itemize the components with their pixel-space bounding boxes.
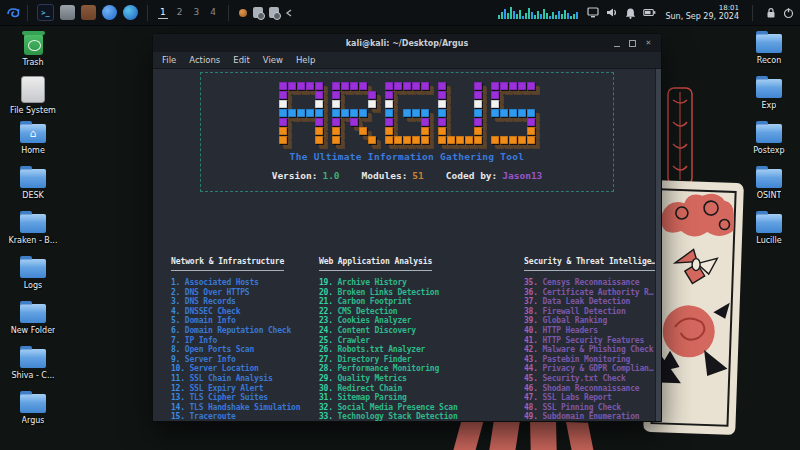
module-list: 1. Associated Hosts2. DNS Over HTTPS3. D… — [171, 278, 319, 421]
workspace-switcher[interactable]: 1234 — [158, 6, 218, 19]
kali-menu-icon[interactable] — [6, 5, 21, 20]
desktop-icon-file-system[interactable]: File System — [4, 73, 62, 118]
module-item: 40. HTTP Headers — [524, 326, 655, 336]
desktop-icon-home[interactable]: ⌂Home — [4, 118, 62, 163]
module-item: 45. Security.txt Check — [524, 374, 655, 384]
module-item: 28. Performance Monitoring — [319, 364, 524, 374]
module-item: 43. Pastebin Monitoring — [524, 355, 655, 365]
power-icon[interactable] — [783, 7, 794, 19]
desktop-icon-label: Shiva - C... — [11, 371, 54, 380]
module-item: 27. Directory Finder — [319, 355, 524, 365]
desktop-icon-logs[interactable]: Logs — [4, 253, 62, 298]
terminal-launcher-icon[interactable]: >_ — [37, 4, 54, 21]
window-titlebar[interactable]: kali@kali: ~/Desktop/Argus ✕ — [153, 34, 661, 52]
desktop-icon-label: Home — [21, 146, 45, 155]
logo-letter-s — [491, 82, 535, 144]
menu-edit[interactable]: Edit — [233, 55, 249, 65]
menu-actions[interactable]: Actions — [189, 55, 220, 65]
minimize-button[interactable] — [614, 40, 620, 47]
module-item: 38. Firewall Detection — [524, 307, 655, 317]
desktop-icon-trash[interactable]: Trash — [4, 28, 62, 73]
menu-file[interactable]: File — [162, 55, 176, 65]
folder-icon: ⌂ — [20, 124, 46, 143]
module-item: 15. Traceroute — [171, 412, 319, 421]
desktop-icon-postexp[interactable]: Postexp — [740, 118, 798, 163]
module-item: 3. DNS Records — [171, 297, 319, 307]
desktop-icon-argus[interactable]: Argus — [4, 388, 62, 433]
home-glyph: ⌂ — [30, 128, 37, 139]
module-item: 11. SSL Chain Analysis — [171, 374, 319, 384]
desktop-icon-lucille[interactable]: Lucille — [740, 208, 798, 253]
module-item: 13. TLS Cipher Suites — [171, 393, 319, 403]
modules-value: 51 — [412, 170, 423, 181]
module-item: 42. Malware & Phishing Check — [524, 345, 655, 355]
folder-icon — [20, 394, 46, 413]
desktop-icon-desk[interactable]: DESK — [4, 163, 62, 208]
module-item: 37. Data Leak Detection — [524, 297, 655, 307]
module-item: 32. Social Media Presence Scan — [319, 403, 524, 413]
tray-arrow-icon[interactable] — [285, 9, 293, 17]
module-column-1: Network & Infrastructure1. Associated Ho… — [171, 249, 319, 421]
module-item: 33. Technology Stack Detection — [319, 412, 524, 421]
desktop-icon-label: DESK — [22, 191, 44, 200]
browser-alt-launcher-icon[interactable] — [123, 5, 138, 20]
logo-letter-g — [385, 82, 429, 144]
notifications-bell-icon[interactable] — [625, 7, 636, 19]
argus-banner-box: The Ultimate Information Gathering Tool … — [200, 72, 614, 192]
coded-by-value: Jason13 — [502, 170, 542, 181]
modules-label: Modules: — [362, 170, 408, 181]
terminal-body[interactable]: The Ultimate Information Gathering Tool … — [153, 69, 661, 421]
drive-icon — [21, 76, 45, 103]
logo-letter-a — [279, 82, 323, 144]
workspace-1[interactable]: 1 — [158, 6, 168, 19]
file-manager-launcher-icon[interactable] — [60, 5, 75, 20]
desktop-icon-osint[interactable]: OSINT — [740, 163, 798, 208]
display-icon[interactable] — [587, 7, 599, 18]
module-item: 8. Open Ports Scan — [171, 345, 319, 355]
logo-letter-r — [332, 82, 376, 144]
module-list: 19. Archive History20. Broken Links Dete… — [319, 278, 524, 421]
clipboard-gear-icon[interactable] — [269, 7, 279, 18]
module-item: 4. DNSSEC Check — [171, 307, 319, 317]
desktop-icon-recon[interactable]: Recon — [740, 28, 798, 73]
top-panel: >_ 1234 — [0, 0, 800, 26]
desktop-icon-label: Postexp — [753, 146, 784, 155]
panel-separator — [228, 5, 229, 21]
module-item: 25. Crawler — [319, 336, 524, 346]
desktop-icon-exp[interactable]: Exp — [740, 73, 798, 118]
workspace-4[interactable]: 4 — [208, 6, 218, 19]
folder-icon — [20, 349, 46, 368]
module-item: 46. Shodan Reconnaissance — [524, 384, 655, 394]
workspace-2[interactable]: 2 — [175, 6, 185, 19]
module-item: 20. Broken Links Detection — [319, 288, 524, 298]
desktop-icon-label: OSINT — [757, 191, 782, 200]
menu-help[interactable]: Help — [296, 55, 315, 65]
desktop-icon-new-folder[interactable]: New Folder — [4, 298, 62, 343]
desktop-icon-shiva-c[interactable]: Shiva - C... — [4, 343, 62, 388]
close-button[interactable]: ✕ — [645, 40, 652, 47]
volume-icon[interactable] — [606, 7, 618, 18]
folder-icon — [20, 214, 46, 233]
browser-launcher-icon[interactable] — [102, 5, 117, 20]
terminal-scrollbar[interactable] — [655, 69, 661, 421]
folder-icon — [756, 169, 782, 188]
desktop-icon-label: Exp — [762, 101, 777, 110]
lock-icon[interactable] — [766, 7, 776, 19]
battery-icon[interactable] — [643, 7, 656, 18]
column-header: Network & Infrastructure — [171, 257, 284, 271]
clock[interactable]: 18:01 Sun, Sep 29, 2024 — [665, 5, 739, 21]
menu-view[interactable]: View — [263, 55, 283, 65]
argus-info-line: Version:1.0 Modules:51 Coded by:Jason13 — [272, 170, 543, 181]
notification-dot-icon[interactable] — [239, 9, 247, 17]
maximize-button[interactable] — [629, 40, 636, 47]
folder-icon — [756, 124, 782, 143]
module-item: 44. Privacy & GDPR Complian… — [524, 364, 655, 374]
module-item: 39. Global Ranking — [524, 316, 655, 326]
module-item: 10. Server Location — [171, 364, 319, 374]
workspace-3[interactable]: 3 — [191, 6, 201, 19]
clipboard-icon[interactable] — [253, 7, 263, 18]
module-item: 6. Domain Reputation Check — [171, 326, 319, 336]
desktop-icon-kraken-b[interactable]: Kraken - B... — [4, 208, 62, 253]
version-value: 1.0 — [322, 170, 339, 181]
editor-launcher-icon[interactable] — [81, 5, 96, 20]
